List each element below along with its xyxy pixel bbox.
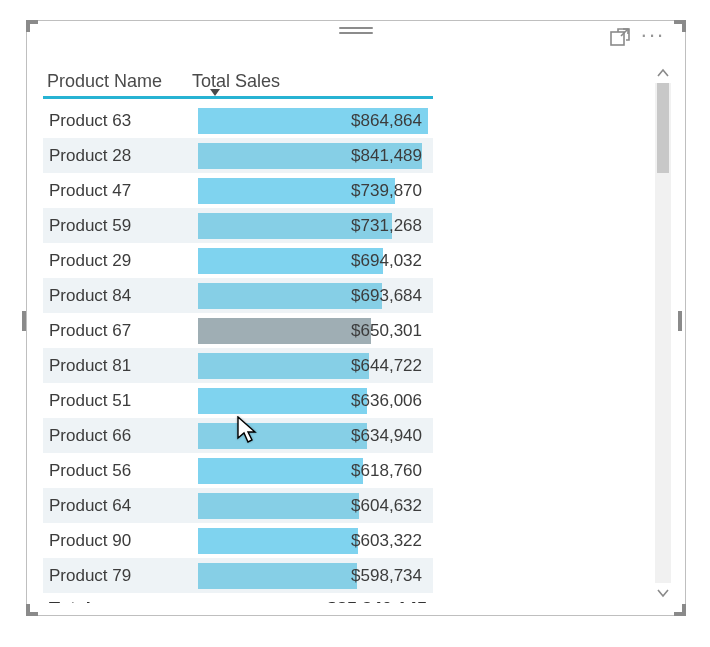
data-bar xyxy=(198,388,367,414)
cell-sales: $636,006 xyxy=(198,388,428,414)
data-bar xyxy=(198,353,369,379)
cell-sales: $644,722 xyxy=(198,353,428,379)
cell-sales-value: $841,489 xyxy=(351,143,422,169)
total-label: Total xyxy=(43,599,201,603)
cell-sales: $603,322 xyxy=(198,528,428,554)
cell-sales-value: $618,760 xyxy=(351,458,422,484)
totals-row: Total $35,340,145 xyxy=(43,593,433,603)
more-options-button[interactable]: ··· xyxy=(639,27,667,49)
cell-sales-value: $634,940 xyxy=(351,423,422,449)
cell-sales: $634,940 xyxy=(198,423,428,449)
cell-sales-value: $604,632 xyxy=(351,493,422,519)
cell-sales: $650,301 xyxy=(198,318,428,344)
cell-sales: $731,268 xyxy=(198,213,428,239)
cell-product: Product 79 xyxy=(43,566,198,586)
cell-sales-value: $603,322 xyxy=(351,528,422,554)
data-bar xyxy=(198,423,367,449)
resize-handle-bottom-left[interactable] xyxy=(26,602,40,616)
drag-grip-icon[interactable] xyxy=(339,27,373,34)
table-row[interactable]: Product 63$864,864 xyxy=(43,103,433,138)
cell-product: Product 84 xyxy=(43,286,198,306)
cell-product: Product 90 xyxy=(43,531,198,551)
table-row[interactable]: Product 79$598,734 xyxy=(43,558,433,593)
table-row[interactable]: Product 59$731,268 xyxy=(43,208,433,243)
table-row[interactable]: Product 56$618,760 xyxy=(43,453,433,488)
table-visual: Product Name Total Sales Product 63$864,… xyxy=(39,63,673,603)
resize-handle-top-left[interactable] xyxy=(26,20,40,34)
scroll-up-button[interactable] xyxy=(653,63,673,83)
data-bar xyxy=(198,563,357,589)
column-header-product[interactable]: Product Name xyxy=(47,71,192,92)
table-row[interactable]: Product 64$604,632 xyxy=(43,488,433,523)
cell-sales: $864,864 xyxy=(198,108,428,134)
table-row[interactable]: Product 84$693,684 xyxy=(43,278,433,313)
table-row[interactable]: Product 29$694,032 xyxy=(43,243,433,278)
cell-product: Product 59 xyxy=(43,216,198,236)
data-bar xyxy=(198,493,359,519)
data-bar xyxy=(198,528,358,554)
resize-handle-top-right[interactable] xyxy=(672,20,686,34)
total-value: $35,340,145 xyxy=(201,599,433,603)
cell-product: Product 63 xyxy=(43,111,198,131)
cell-product: Product 64 xyxy=(43,496,198,516)
column-header-sales[interactable]: Total Sales xyxy=(192,71,422,92)
cell-sales-value: $731,268 xyxy=(351,213,422,239)
scroll-down-button[interactable] xyxy=(653,583,673,603)
cell-product: Product 66 xyxy=(43,426,198,446)
svg-rect-0 xyxy=(22,311,26,331)
vertical-scrollbar[interactable] xyxy=(653,63,673,603)
cell-product: Product 28 xyxy=(43,146,198,166)
cell-sales: $739,870 xyxy=(198,178,428,204)
cell-sales: $694,032 xyxy=(198,248,428,274)
resize-handle-mid-left[interactable] xyxy=(21,311,35,325)
cell-product: Product 29 xyxy=(43,251,198,271)
cell-sales-value: $864,864 xyxy=(351,108,422,134)
cell-product: Product 47 xyxy=(43,181,198,201)
table-row[interactable]: Product 51$636,006 xyxy=(43,383,433,418)
resize-handle-mid-right[interactable] xyxy=(677,311,691,325)
cell-product: Product 56 xyxy=(43,461,198,481)
scrollbar-track[interactable] xyxy=(655,83,671,583)
data-bar xyxy=(198,318,371,344)
cell-sales-value: $693,684 xyxy=(351,283,422,309)
cell-sales-value: $650,301 xyxy=(351,318,422,344)
cell-sales: $693,684 xyxy=(198,283,428,309)
table-body: Product 63$864,864Product 28$841,489Prod… xyxy=(43,103,433,593)
scrollbar-thumb[interactable] xyxy=(657,83,669,173)
cell-sales: $604,632 xyxy=(198,493,428,519)
cell-sales-value: $694,032 xyxy=(351,248,422,274)
cell-sales-value: $598,734 xyxy=(351,563,422,589)
cell-product: Product 67 xyxy=(43,321,198,341)
table-row[interactable]: Product 81$644,722 xyxy=(43,348,433,383)
data-bar xyxy=(198,458,363,484)
resize-handle-bottom-right[interactable] xyxy=(672,602,686,616)
cell-sales-value: $644,722 xyxy=(351,353,422,379)
svg-rect-1 xyxy=(678,311,682,331)
visual-selection-frame[interactable]: ··· Product Name Total Sales Product 63$… xyxy=(26,20,686,616)
cell-sales: $598,734 xyxy=(198,563,428,589)
cell-sales-value: $636,006 xyxy=(351,388,422,414)
column-headers: Product Name Total Sales xyxy=(39,63,653,96)
table-row[interactable]: Product 90$603,322 xyxy=(43,523,433,558)
table-row[interactable]: Product 28$841,489 xyxy=(43,138,433,173)
cell-product: Product 81 xyxy=(43,356,198,376)
cell-sales: $618,760 xyxy=(198,458,428,484)
sort-desc-icon xyxy=(210,89,220,96)
table-row[interactable]: Product 47$739,870 xyxy=(43,173,433,208)
table-row[interactable]: Product 66$634,940 xyxy=(43,418,433,453)
cell-sales-value: $739,870 xyxy=(351,178,422,204)
cell-product: Product 51 xyxy=(43,391,198,411)
table-row[interactable]: Product 67$650,301 xyxy=(43,313,433,348)
focus-mode-button[interactable] xyxy=(609,27,631,49)
cell-sales: $841,489 xyxy=(198,143,428,169)
